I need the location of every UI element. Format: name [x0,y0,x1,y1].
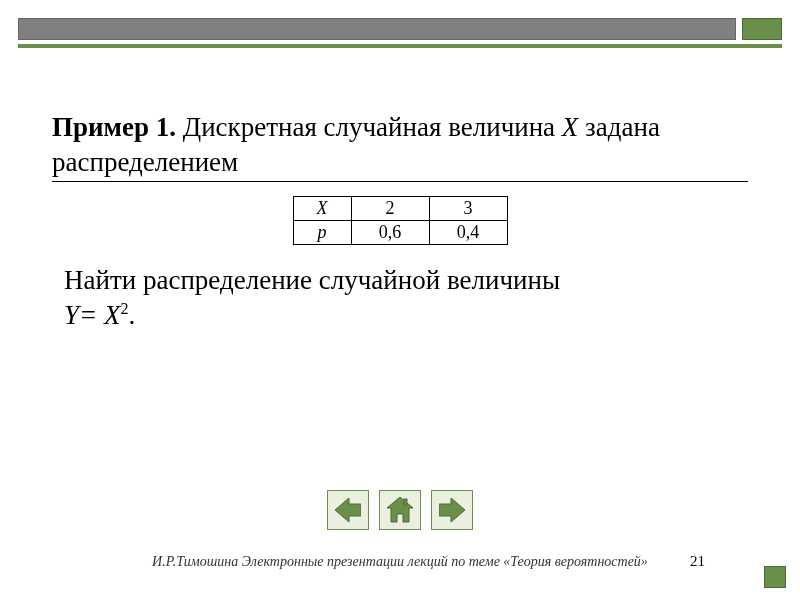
footer-text: И.Р.Тимошина Электронные презентации лек… [0,554,800,570]
top-bar-green [742,18,782,40]
task-text: Найти распределение случайной величины Y… [52,263,748,333]
table-row: X 2 3 [293,197,507,221]
home-icon [386,497,414,523]
example-heading: Пример 1. Дискретная случайная величина … [52,110,748,182]
heading-text-1: Дискретная случайная величина [176,112,562,142]
task-eq-lhs: Y= X [64,300,120,330]
heading-bold: Пример 1. [52,112,176,142]
arrow-right-icon [439,498,465,522]
top-decor-bar [18,18,782,40]
nav-buttons [0,490,800,530]
table-header-x: X [293,197,351,221]
top-bar-gray [18,18,736,40]
task-eq-tail: . [128,300,135,330]
table-cell: 0,4 [429,221,507,245]
svg-rect-2 [404,499,407,505]
table-cell: 2 [351,197,429,221]
table-cell: 3 [429,197,507,221]
slide-content: Пример 1. Дискретная случайная величина … [52,110,748,333]
page-number: 21 [690,553,705,570]
arrow-left-icon [335,498,361,522]
corner-decoration [764,566,786,588]
table-header-p: p [293,221,351,245]
svg-marker-1 [387,497,413,522]
distribution-table: X 2 3 p 0,6 0,4 [293,196,508,245]
next-button[interactable] [431,490,473,530]
svg-marker-3 [439,498,465,522]
table-cell: 0,6 [351,221,429,245]
heading-var-x: X [562,112,579,142]
home-button[interactable] [379,490,421,530]
top-green-line [18,44,782,48]
table-row: p 0,6 0,4 [293,221,507,245]
task-line1: Найти распределение случайной величины [64,265,560,295]
svg-marker-0 [335,498,361,522]
prev-button[interactable] [327,490,369,530]
